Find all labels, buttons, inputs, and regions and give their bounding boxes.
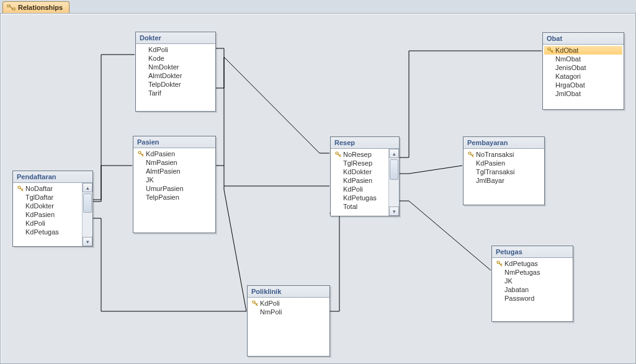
field-row[interactable]: Jabatan: [493, 285, 571, 294]
table-resep[interactable]: Resep NoResepTglResepKdDokterKdPasienKdP…: [330, 136, 400, 216]
field-label: KdPetugas: [24, 228, 59, 236]
field-row[interactable]: JK: [135, 175, 214, 184]
table-dokter[interactable]: Dokter KdPoliKodeNmDokterAlmtDokterTelpD…: [135, 32, 216, 112]
tab-relationships[interactable]: Relationships: [2, 1, 69, 14]
scroll-thumb[interactable]: [390, 159, 398, 180]
field-row[interactable]: NoResep: [332, 150, 388, 159]
field-row[interactable]: TglDaftar: [14, 193, 81, 202]
field-row[interactable]: Total: [332, 202, 388, 211]
field-label: NmObat: [554, 55, 581, 63]
field-row[interactable]: NoTransaksi: [465, 150, 543, 159]
field-row[interactable]: KdDokter: [332, 167, 388, 176]
field-row[interactable]: JmlBayar: [465, 176, 543, 185]
field-label: TelpDokter: [147, 81, 181, 88]
scroll-thumb[interactable]: [83, 193, 92, 213]
svg-line-40: [256, 303, 258, 304]
field-row[interactable]: NmPoli: [249, 308, 328, 316]
field-label: TelpPasien: [145, 193, 179, 201]
scrollbar[interactable]: ▴ ▾: [388, 149, 399, 216]
scrollbar[interactable]: ▴ ▾: [82, 183, 92, 246]
field-label: Password: [503, 295, 534, 302]
field-row[interactable]: KdPasien: [14, 210, 81, 219]
field-row[interactable]: Tarif: [137, 89, 214, 97]
field-label: Total: [342, 203, 357, 210]
tab-label: Relationships: [18, 4, 63, 11]
svg-line-34: [22, 189, 23, 190]
field-label: Jabatan: [503, 286, 529, 293]
field-label: KdPoli: [259, 300, 280, 307]
field-label: NmPasien: [145, 159, 177, 166]
svg-line-43: [339, 154, 341, 156]
table-pembayaran[interactable]: Pembayaran NoTransaksiKdPasienTglTransak…: [463, 136, 545, 205]
table-obat[interactable]: Obat KdObatNmObatJenisObatKatagoriHrgaOb…: [542, 32, 624, 110]
field-label: HrgaObat: [554, 81, 585, 89]
table-poliklinik[interactable]: Poliklinik KdPoliNmPoli: [247, 285, 330, 357]
field-label: UmurPasien: [145, 185, 184, 192]
field-row[interactable]: KdPasien: [135, 149, 214, 158]
field-row[interactable]: KdPoli: [14, 219, 81, 228]
field-row[interactable]: JmlObat: [544, 89, 622, 98]
field-label: KdPetugas: [342, 194, 377, 202]
field-label: JmlObat: [554, 90, 581, 97]
svg-point-41: [336, 152, 338, 154]
scroll-track[interactable]: [389, 158, 399, 206]
field-row[interactable]: NoDaftar: [14, 184, 81, 193]
field-row[interactable]: KdPasien: [465, 159, 543, 167]
field-row[interactable]: KdPoli: [137, 45, 214, 54]
relationships-canvas[interactable]: Pendaftaran NoDaftarTglDaftarKdDokterKdP…: [0, 13, 636, 364]
table-title: Pasien: [133, 136, 215, 148]
field-row[interactable]: KdPetugas: [332, 193, 388, 202]
field-label: KdPasien: [24, 211, 55, 218]
field-label: NoResep: [342, 151, 372, 158]
field-row[interactable]: KdPoli: [332, 185, 388, 193]
field-row[interactable]: Kode: [137, 54, 214, 63]
field-row[interactable]: JK: [493, 277, 571, 285]
field-row[interactable]: KdDokter: [14, 202, 81, 210]
scroll-up-button[interactable]: ▴: [83, 183, 92, 192]
field-row[interactable]: AlmtDokter: [137, 71, 214, 80]
field-label: KdPasien: [145, 150, 175, 158]
svg-line-52: [501, 264, 502, 265]
field-label: NoDaftar: [24, 185, 53, 192]
field-label: KdDokter: [342, 168, 372, 175]
field-label: AlmtPasien: [145, 167, 181, 175]
field-row[interactable]: NmObat: [544, 55, 622, 63]
field-row[interactable]: HrgaObat: [544, 81, 622, 89]
scroll-down-button[interactable]: ▾: [83, 237, 92, 246]
field-label: TglTransaksi: [475, 168, 515, 175]
field-row[interactable]: KdPetugas: [493, 259, 571, 268]
field-row[interactable]: NmDokter: [137, 63, 214, 71]
field-row[interactable]: Katagori: [544, 72, 622, 81]
table-pasien[interactable]: Pasien KdPasienNmPasienAlmtPasienJKUmurP…: [133, 136, 216, 233]
table-title: Petugas: [492, 246, 573, 258]
key-icon: [137, 151, 145, 157]
svg-point-50: [497, 261, 499, 264]
field-row[interactable]: TelpPasien: [135, 193, 214, 202]
field-row[interactable]: KdPasien: [332, 176, 388, 185]
field-row[interactable]: TglTransaksi: [465, 167, 543, 176]
field-row[interactable]: KdObat: [544, 46, 622, 55]
field-row[interactable]: TelpDokter: [137, 80, 214, 89]
field-row[interactable]: Password: [493, 294, 571, 303]
scroll-up-button[interactable]: ▴: [389, 149, 399, 158]
scroll-down-button[interactable]: ▾: [389, 206, 399, 216]
svg-point-32: [18, 186, 20, 189]
field-row[interactable]: TglResep: [332, 159, 388, 167]
table-pendaftaran[interactable]: Pendaftaran NoDaftarTglDaftarKdDokterKdP…: [12, 171, 93, 247]
svg-line-15: [224, 57, 320, 153]
relationships-icon: [7, 4, 16, 11]
table-petugas[interactable]: Petugas KdPetugasNmPetugasJKJabatanPassw…: [491, 246, 573, 322]
field-row[interactable]: KdPetugas: [14, 228, 81, 236]
field-label: KdPasien: [475, 159, 505, 167]
table-title: Obat: [543, 33, 624, 45]
field-label: TglResep: [342, 159, 372, 167]
svg-line-31: [409, 201, 491, 270]
scroll-track[interactable]: [83, 192, 92, 237]
field-row[interactable]: NmPasien: [135, 158, 214, 167]
field-row[interactable]: KdPoli: [249, 299, 328, 308]
field-row[interactable]: AlmtPasien: [135, 167, 214, 175]
field-row[interactable]: JenisObat: [544, 63, 622, 72]
field-row[interactable]: NmPetugas: [493, 268, 571, 277]
svg-line-37: [142, 154, 143, 155]
field-row[interactable]: UmurPasien: [135, 184, 214, 193]
